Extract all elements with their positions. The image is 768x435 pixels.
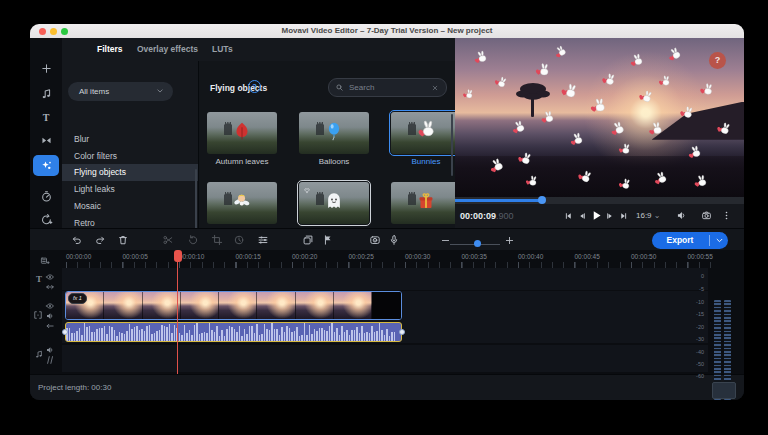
waveform-bar	[244, 329, 246, 341]
tab-filters[interactable]: Filters	[97, 38, 123, 61]
sidebar-item-timer[interactable]	[33, 186, 59, 207]
record-audio-button[interactable]	[387, 233, 401, 247]
tab-overlay-effects[interactable]: Overlay effects	[137, 38, 198, 61]
undo-button[interactable]	[70, 233, 84, 247]
meter-scale-label: -30	[678, 336, 704, 342]
color-adjustments-button[interactable]	[256, 233, 270, 247]
timeline-scrollbar-thumb[interactable]	[712, 382, 736, 399]
waveform-bar	[269, 330, 271, 341]
window-titlebar[interactable]: Movavi Video Editor – 7-Day Trial Versio…	[30, 24, 744, 39]
waveform-bar	[344, 332, 346, 341]
webcam-button[interactable]	[368, 233, 382, 247]
ruler-label: 00:00:50	[631, 253, 656, 260]
favorite-heart-icon[interactable]	[303, 186, 311, 194]
waveform-bar	[149, 325, 151, 341]
zoom-in-icon[interactable]	[502, 233, 516, 247]
zoom-slider-handle[interactable]	[474, 240, 481, 247]
clip-left-handle[interactable]	[62, 329, 68, 335]
sidebar-item-titles[interactable]: T	[33, 107, 59, 128]
waveform-bar	[304, 323, 306, 341]
waveform-bar	[111, 327, 113, 341]
audio-track-icon[interactable]	[34, 349, 44, 359]
video-track-icon[interactable]	[33, 310, 43, 320]
unlink-icon[interactable]	[45, 355, 55, 365]
effect-thumb-autumn-leaves[interactable]	[207, 112, 277, 154]
more-button[interactable]	[721, 210, 732, 221]
category-item-blur[interactable]: Blur	[62, 131, 198, 148]
waveform-bar	[234, 329, 236, 341]
step-back-button[interactable]	[577, 211, 587, 221]
titles-track-lane[interactable]	[62, 268, 708, 290]
meter-scale-label: -20	[678, 324, 704, 330]
add-track-icon[interactable]	[40, 256, 50, 266]
playback-controls: 00:00:09.900 16:9 ⌄	[455, 204, 744, 228]
export-button[interactable]: Export	[652, 232, 728, 249]
project-length: Project length: 00:30	[38, 383, 111, 392]
waveform-bar	[91, 332, 93, 341]
video-clip[interactable]	[65, 291, 402, 320]
search-input[interactable]	[347, 82, 429, 93]
play-button[interactable]	[590, 209, 603, 222]
waveform-bar	[194, 325, 196, 341]
group-help-icon[interactable]: ?	[248, 80, 261, 93]
mute-icon[interactable]	[45, 311, 55, 321]
visibility-icon[interactable]	[45, 272, 55, 282]
gift-icon	[415, 190, 437, 216]
effect-thumb-cupids[interactable]	[207, 182, 277, 224]
skip-end-button[interactable]	[619, 211, 629, 221]
step-forward-button[interactable]	[605, 211, 615, 221]
category-item-light-leaks[interactable]: Light leaks	[62, 181, 198, 198]
waveform-bar	[324, 330, 326, 341]
category-item-mosaic[interactable]: Mosaic	[62, 198, 198, 215]
skip-start-button[interactable]	[563, 211, 573, 221]
effect-thumb-balloons[interactable]	[299, 112, 369, 154]
help-button[interactable]: ?	[709, 52, 726, 69]
sidebar-item-add-media[interactable]	[33, 58, 59, 79]
aspect-ratio-select[interactable]: 16:9 ⌄	[636, 211, 661, 220]
seek-handle[interactable]	[538, 196, 546, 204]
sidebar-item-rotate-tools[interactable]	[33, 209, 59, 230]
film-frame	[104, 292, 142, 319]
delete-button[interactable]	[116, 233, 130, 247]
waveform-bar	[109, 326, 111, 341]
sidebar-item-music[interactable]	[33, 83, 59, 104]
volume-button[interactable]	[676, 210, 687, 221]
effect-thumb-ghosts[interactable]	[299, 182, 369, 224]
visibility-icon[interactable]	[45, 301, 55, 311]
audio-clip[interactable]	[65, 322, 402, 342]
search-box[interactable]	[328, 78, 447, 97]
overlay-button[interactable]	[301, 233, 315, 247]
items-filter-dropdown[interactable]: All items	[68, 82, 173, 101]
audio-track-lane[interactable]	[62, 345, 708, 372]
clip-fx-badge[interactable]: fx 1	[68, 293, 87, 304]
export-chevron-icon[interactable]	[714, 235, 725, 246]
add-media-icon	[40, 62, 53, 75]
waveform-bar	[119, 332, 121, 341]
category-item-color-filters[interactable]: Color filters	[62, 148, 198, 165]
link-icon[interactable]	[45, 282, 55, 292]
waveform-bar	[201, 333, 203, 341]
seek-bar[interactable]	[455, 197, 744, 204]
clip-right-handle[interactable]	[399, 329, 405, 335]
filters-icon	[40, 159, 53, 172]
waveform-bar	[166, 327, 168, 341]
waveform-bar	[229, 326, 231, 341]
snapshot-button[interactable]	[701, 210, 712, 221]
tab-luts[interactable]: LUTs	[212, 38, 233, 61]
marker-button[interactable]	[321, 233, 335, 247]
category-item-flying-objects[interactable]: Flying objects	[62, 164, 198, 181]
waveform-bar	[219, 336, 221, 341]
detach-audio-icon[interactable]	[45, 321, 55, 331]
waveform-bar	[326, 331, 328, 341]
sidebar-item-filters[interactable]	[33, 155, 59, 176]
mute-icon[interactable]	[45, 345, 55, 355]
sidebar-item-transitions[interactable]	[33, 130, 59, 151]
redo-button[interactable]	[93, 233, 107, 247]
playhead-handle[interactable]	[174, 250, 182, 262]
search-clear-icon[interactable]	[431, 84, 439, 92]
effect-thumb-gifts[interactable]	[391, 182, 461, 224]
effects-scrollbar[interactable]	[451, 114, 454, 176]
waveform-bar	[214, 332, 216, 341]
waveform-bar	[196, 323, 198, 341]
timeline: 00:00:0000:00:0500:00:1000:00:1500:00:20…	[30, 250, 744, 400]
